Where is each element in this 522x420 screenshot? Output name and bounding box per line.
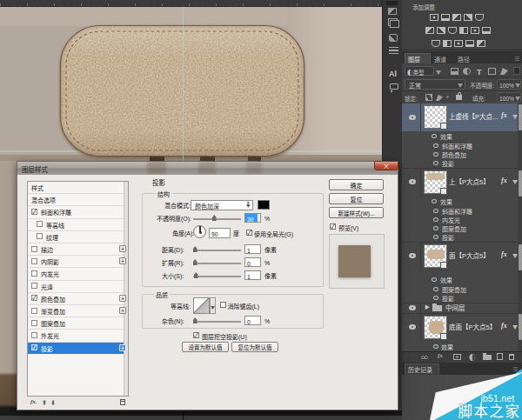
svg-text:脚本之家: 脚本之家 [458,400,521,420]
